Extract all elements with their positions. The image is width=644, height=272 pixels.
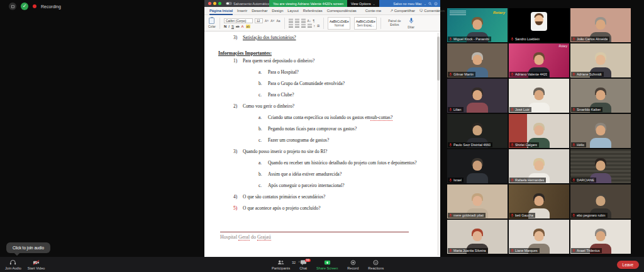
leave-button[interactable]: Leave xyxy=(617,261,639,269)
font-name-select[interactable]: Calibri (Corpo) xyxy=(224,18,253,23)
ribbon-tab-página-inicial[interactable]: Página Inicial xyxy=(209,8,233,14)
start-video-button[interactable]: Start Video xyxy=(28,259,45,270)
dictate-button[interactable]: Ditar xyxy=(408,15,414,31)
recording-indicator: ✓ Recording xyxy=(9,3,61,10)
ribbon-tab-design[interactable]: Design xyxy=(272,8,283,14)
view-options-button[interactable]: View Options ⌄ xyxy=(347,0,379,7)
participant-tile[interactable]: Lilian xyxy=(447,79,508,113)
participant-name: Sandro Loeblein xyxy=(515,37,540,41)
comments-button[interactable]: 🗨 Comentários xyxy=(419,9,445,13)
participants-button[interactable]: 32 ˄ Participants xyxy=(272,259,290,270)
participant-tile[interactable]: Maria Juanita Silveira xyxy=(447,220,508,254)
line-spacing-icon[interactable]: ↕ xyxy=(314,24,316,28)
change-case-icon[interactable]: Aa xyxy=(276,19,280,23)
participant-tile[interactable]: Rotary Adriano Valente 4420 xyxy=(509,43,569,77)
saved-status: Salvo no meu Mac xyxy=(393,2,422,6)
join-audio-button[interactable]: Join Audio xyxy=(5,259,21,270)
ribbon-tab-correspondências[interactable]: Correspondências xyxy=(327,8,357,14)
document-page[interactable]: 3) Satisfação dos funcionários? Informaç… xyxy=(204,31,440,258)
autosave-toggle[interactable]: Salvamento Automático xyxy=(226,2,270,6)
participant-nametag: Paulo Secr Distrital 4660 xyxy=(448,142,492,147)
paste-label: Colar xyxy=(208,25,216,28)
paste-button[interactable]: Colar xyxy=(208,18,216,28)
participant-tile[interactable]: Rotary Miguel Klock - Panambi xyxy=(447,8,508,42)
participant-tile[interactable]: Smarildo Kaiber xyxy=(570,79,631,113)
list-text: Para o Grupo da Comunidade envolvida? xyxy=(268,81,345,86)
strikethrough-icon[interactable]: ab xyxy=(236,25,240,28)
mic-muted-icon xyxy=(449,72,452,76)
participant-tile[interactable]: DARCIANE xyxy=(570,149,631,183)
participant-tile[interactable]: José Luiz xyxy=(509,79,569,113)
sort-icon[interactable]: A↓ xyxy=(308,19,311,23)
style-no-spacing-button[interactable]: AaBbCcDdEe Sem Espaç... xyxy=(354,17,377,30)
justify-icon[interactable] xyxy=(308,24,312,28)
participant-nametag: Smarildo Kaiber xyxy=(571,107,602,112)
encryption-shield-icon[interactable]: ✓ xyxy=(21,3,28,10)
list-text: O que são contatos primários e secundári… xyxy=(243,194,325,200)
participant-tile[interactable]: Shirlei Calgaro xyxy=(509,114,569,148)
font-size-select[interactable]: 12 xyxy=(255,18,263,23)
close-window-icon[interactable] xyxy=(208,2,211,5)
style-normal-button[interactable]: AaBbCcDdEe Normal xyxy=(328,17,350,30)
align-right-icon[interactable] xyxy=(301,24,306,28)
share-button[interactable]: ↗ Compartilhar xyxy=(390,9,415,13)
align-left-icon[interactable] xyxy=(289,24,293,28)
mic-muted-icon xyxy=(572,213,575,217)
borders-icon[interactable]: ⊞ xyxy=(317,24,319,28)
memoji-avatar xyxy=(531,12,547,31)
highlight-icon[interactable]: ab xyxy=(246,25,251,28)
participant-tile[interactable]: Gilmar Martin xyxy=(447,43,508,77)
ribbon-tab-inserir[interactable]: Inserir xyxy=(237,8,247,14)
ribbon-tab-conte-me[interactable]: Conte-me xyxy=(365,8,381,14)
participant-tile[interactable]: Paulo Secr Distrital 4660 xyxy=(447,114,508,148)
record-button[interactable]: Record xyxy=(347,259,358,270)
autosave-toggle-icon[interactable] xyxy=(226,2,232,5)
search-icon[interactable] xyxy=(428,2,432,6)
reactions-button[interactable]: Reactions xyxy=(368,259,384,270)
participant-tile[interactable]: Sandro Loeblein xyxy=(509,8,569,42)
participant-tile[interactable]: Hélio xyxy=(570,114,631,148)
ribbon-tab-layout[interactable]: Layout xyxy=(287,8,298,14)
window-info-icon[interactable] xyxy=(9,3,16,10)
participant-tile[interactable]: Adriane Schmidt xyxy=(570,43,631,77)
participant-tile[interactable]: mere goldstadt pilati xyxy=(447,184,508,218)
document-line: a. Quando eu receber um histórico detalh… xyxy=(204,160,440,171)
align-center-icon[interactable] xyxy=(295,24,299,28)
document-scrollbar[interactable] xyxy=(437,33,440,256)
style-preview: AaBbCcDdEe xyxy=(356,20,375,23)
multilevel-list-icon[interactable] xyxy=(301,19,306,23)
styles-pane-button[interactable]: Painel de Estilos xyxy=(385,20,404,26)
participant-tile[interactable]: João Carlos Almeida xyxy=(570,8,631,42)
shrink-font-icon[interactable]: A˅ xyxy=(270,19,274,23)
underline-icon[interactable]: S xyxy=(231,25,234,28)
ribbon-tab-desenhar[interactable]: Desenhar xyxy=(252,8,267,14)
ribbon-tab-referências[interactable]: Referências xyxy=(303,8,323,14)
zoom-window-icon[interactable] xyxy=(218,2,221,5)
minimize-window-icon[interactable] xyxy=(213,2,216,5)
bold-icon[interactable]: N xyxy=(224,25,226,28)
participant-nametag: Lilian xyxy=(448,107,464,112)
participant-tile[interactable]: Liane Marques xyxy=(509,220,569,254)
participant-tile[interactable]: Israel xyxy=(447,149,508,183)
list-marker: c. xyxy=(258,137,268,143)
grow-font-icon[interactable]: A˄ xyxy=(265,19,269,23)
numbered-list-icon[interactable] xyxy=(295,19,299,23)
pilcrow-icon[interactable]: ¶ xyxy=(313,19,314,23)
participant-tile[interactable]: beti Gaucha xyxy=(509,184,569,218)
italic-icon[interactable]: I xyxy=(228,25,230,28)
feedback-smiley-icon[interactable] xyxy=(434,2,438,6)
share-screen-button[interactable]: Share Screen xyxy=(316,259,338,270)
list-text: Para o Hospital? xyxy=(268,69,299,75)
participant-tile[interactable]: ebo pegoraro rubin xyxy=(570,184,631,218)
document-line: b. Pegando notas ficais para comprovar o… xyxy=(204,126,440,137)
ribbon-tab-bar: Página InicialInserirDesenharDesignLayou… xyxy=(204,7,440,15)
participant-nametag: Gilmar Martin xyxy=(448,72,475,77)
view-options-label: View Options xyxy=(351,2,371,6)
font-color-icon[interactable]: A xyxy=(242,25,244,28)
participant-nametag: Rafaela Hernandes xyxy=(509,178,546,183)
participant-tile[interactable]: Anael Thilenius xyxy=(570,220,631,254)
bullet-list-icon[interactable] xyxy=(289,19,293,23)
chat-unread-badge: 99 xyxy=(305,259,311,263)
participant-tile[interactable]: Rafaela Hernandes xyxy=(509,149,569,183)
chat-button[interactable]: 99 Chat xyxy=(299,259,307,270)
